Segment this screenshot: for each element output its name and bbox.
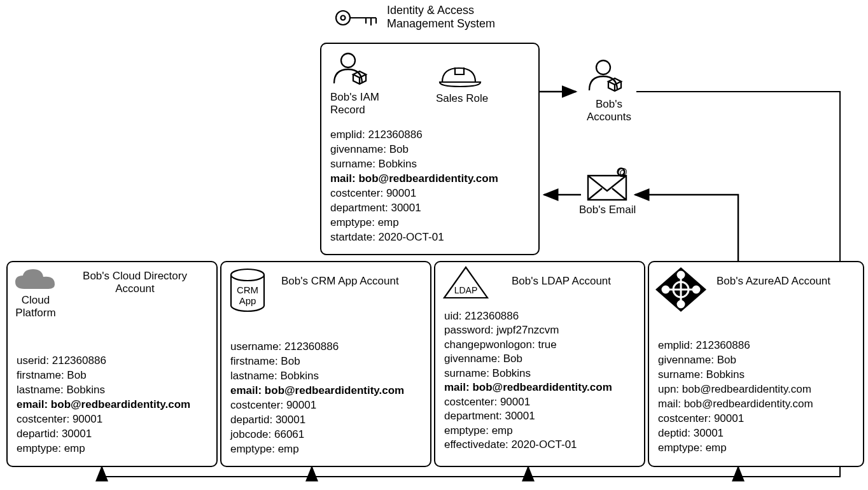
attr-row: lastname: Bobkins — [230, 369, 404, 384]
attr-row: emplid: 212360886 — [658, 339, 813, 353]
attr-row: surname: Bobkins — [658, 368, 813, 382]
svg-point-18 — [693, 286, 699, 293]
azure-title: Bob's AzureAD Account — [717, 275, 830, 288]
attr-row: department: 30001 — [444, 409, 612, 423]
svg-point-17 — [662, 286, 669, 293]
attr-row: departid: 30001 — [230, 413, 404, 428]
attr-row: effectivedate: 2020-OCT-01 — [444, 438, 612, 452]
cloud-icon-label: Cloud Platform — [11, 294, 60, 319]
attr-row: surname: Bobkins — [444, 367, 612, 381]
azure-attrs: emplid: 212360886givenname: Bobsurname: … — [658, 339, 813, 456]
attr-row: givenname: Bob — [658, 353, 813, 368]
svg-point-13 — [231, 269, 264, 281]
attr-row: userid: 212360886 — [17, 354, 190, 368]
diagram-canvas: Identity & Access Management System Bob'… — [0, 0, 868, 490]
attr-row: costcenter: 90001 — [444, 395, 612, 409]
attr-row: givenname: Bob — [444, 352, 612, 366]
ldap-attrs: uid: 212360886password: jwpf27nzcvmchang… — [444, 309, 612, 452]
attr-row: jobcode: 66061 — [230, 428, 404, 442]
attr-row: emptype: emp — [230, 442, 404, 457]
cloud-icon — [13, 269, 57, 294]
attr-row: emptype: emp — [444, 424, 612, 438]
attr-row: username: 212360886 — [230, 340, 404, 354]
attr-row: mail: bob@redbeardidentity.com — [444, 381, 612, 395]
crm-attrs: username: 212360886firstname: Boblastnam… — [230, 340, 404, 457]
attr-row: emptype: emp — [17, 442, 190, 456]
attr-row: emptype: emp — [658, 441, 813, 456]
cloud-title: Bob's Cloud Directory Account — [71, 270, 199, 295]
ldap-box: LDAP Bob's LDAP Account uid: 212360886pa… — [434, 261, 645, 467]
attr-row: deptid: 30001 — [658, 426, 813, 441]
attr-row: costcenter: 90001 — [230, 398, 404, 413]
cloud-box: Cloud Platform Bob's Cloud Directory Acc… — [6, 261, 218, 467]
attr-row: firstname: Bob — [17, 368, 190, 383]
triangle-icon: LDAP — [440, 265, 491, 302]
crm-box: CRM App Bob's CRM App Account username: … — [220, 261, 431, 467]
attr-row: mail: bob@redbeardidentity.com — [658, 397, 813, 412]
svg-point-15 — [678, 272, 684, 278]
attr-row: departid: 30001 — [17, 427, 190, 442]
attr-row: password: jwpf27nzcvm — [444, 323, 612, 337]
cloud-attrs: userid: 212360886firstname: Boblastname:… — [17, 354, 190, 456]
azure-ad-icon — [653, 265, 709, 314]
attr-row: email: bob@redbeardidentity.com — [230, 384, 404, 398]
attr-row: changepwonlogon: true — [444, 338, 612, 352]
attr-row: email: bob@redbeardidentity.com — [17, 398, 190, 412]
ldap-title: Bob's LDAP Account — [512, 275, 611, 288]
azure-box: Bob's AzureAD Account emplid: 212360886g… — [648, 261, 864, 467]
attr-row: costcenter: 90001 — [658, 412, 813, 426]
attr-row: lastname: Bobkins — [17, 383, 190, 398]
attr-row: upn: bob@redbeardidentity.com — [658, 382, 813, 397]
attr-row: costcenter: 90001 — [17, 412, 190, 427]
crm-title: Bob's CRM App Account — [281, 275, 399, 288]
svg-point-16 — [678, 301, 684, 307]
attr-row: uid: 212360886 — [444, 309, 612, 323]
database-icon: CRM App — [227, 267, 269, 316]
attr-row: firstname: Bob — [230, 354, 404, 369]
